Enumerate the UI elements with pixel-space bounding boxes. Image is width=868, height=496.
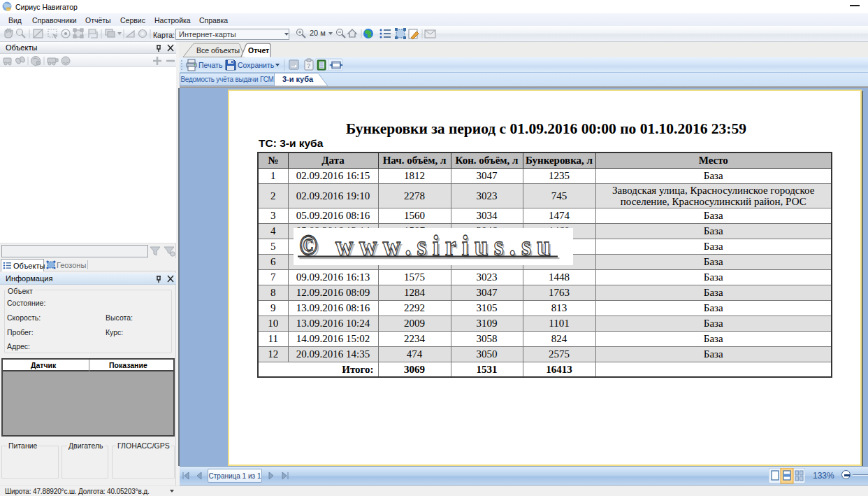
svg-text:?: ? <box>307 62 310 69</box>
svg-text:20 м: 20 м <box>310 29 326 37</box>
